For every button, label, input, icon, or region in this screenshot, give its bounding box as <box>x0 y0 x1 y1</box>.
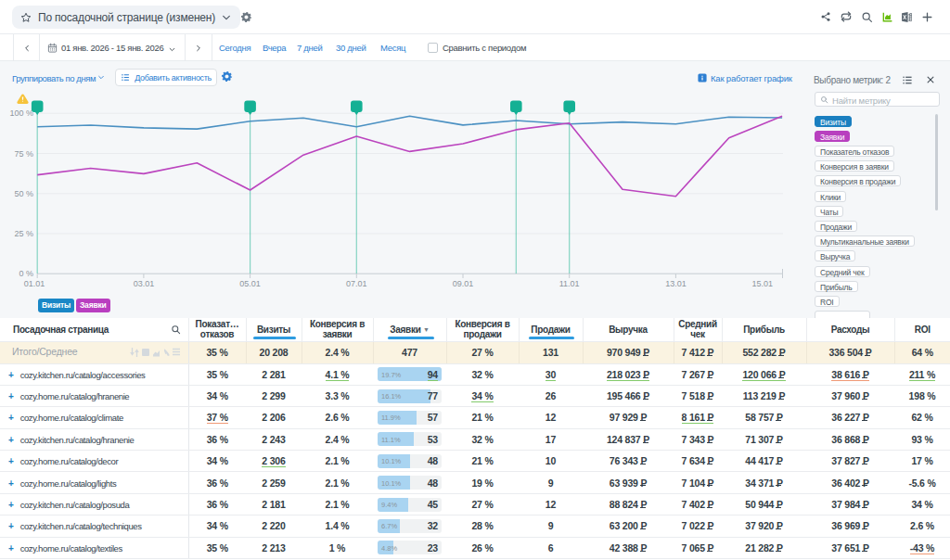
svg-text:11.01: 11.01 <box>559 279 580 288</box>
svg-text:100 %: 100 % <box>9 108 33 118</box>
svg-text:25 %: 25 % <box>14 229 33 238</box>
svg-text:50 %: 50 % <box>14 189 33 198</box>
svg-text:03.01: 03.01 <box>134 279 155 288</box>
svg-text:05.01: 05.01 <box>239 279 261 288</box>
svg-text:0 %: 0 % <box>19 269 33 278</box>
svg-text:07.01: 07.01 <box>346 279 367 288</box>
svg-text:09.01: 09.01 <box>453 279 474 288</box>
svg-text:15.01: 15.01 <box>751 279 773 288</box>
svg-text:13.01: 13.01 <box>665 279 687 288</box>
svg-text:01.01: 01.01 <box>24 279 45 288</box>
svg-text:75 %: 75 % <box>14 149 33 159</box>
